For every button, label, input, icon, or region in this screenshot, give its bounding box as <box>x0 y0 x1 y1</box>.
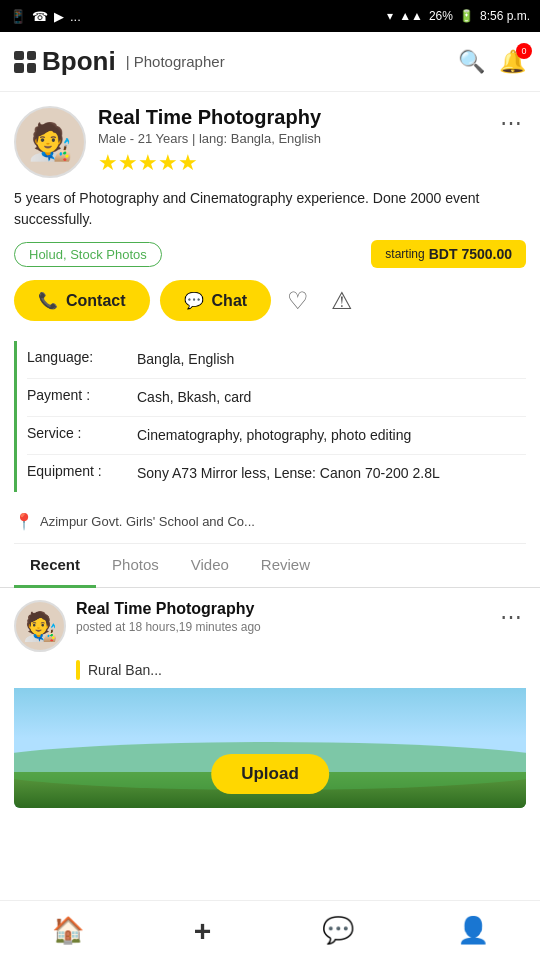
post-tag-bar: Rural Ban... <box>76 660 526 680</box>
payment-value: Cash, Bkash, card <box>137 387 526 408</box>
report-button[interactable]: ⚠ <box>325 281 359 321</box>
favorite-button[interactable]: ♡ <box>281 281 315 321</box>
star-rating: ★★★★★ <box>98 150 484 176</box>
tab-video[interactable]: Video <box>175 544 245 588</box>
tags-price-row: Holud, Stock Photos starting BDT 7500.00 <box>14 240 526 268</box>
post-author-name: Real Time Photography <box>76 600 486 618</box>
app-subtitle: | Photographer <box>126 53 225 70</box>
price-value: BDT 7500.00 <box>429 246 512 262</box>
photographer-name: Real Time Photography <box>98 106 484 129</box>
time-display: 8:56 p.m. <box>480 9 530 23</box>
post-avatar: 🧑‍🎨 <box>14 600 66 652</box>
service-tag[interactable]: Holud, Stock Photos <box>14 242 162 267</box>
detail-row-payment: Payment : Cash, Bkash, card <box>27 379 526 417</box>
bottom-nav: 🏠 + 💬 👤 <box>0 900 540 960</box>
post-card: 🧑‍🎨 Real Time Photography posted at 18 h… <box>0 588 540 808</box>
avatar: 🧑‍🎨 <box>14 106 86 178</box>
profile-description: 5 years of Photography and Cinematograph… <box>14 188 526 230</box>
post-timestamp: posted at 18 hours,19 minutes ago <box>76 620 486 634</box>
heart-icon: ♡ <box>287 287 309 314</box>
notification-badge: 0 <box>516 43 532 59</box>
upload-button[interactable]: Upload <box>211 754 329 794</box>
detail-row-service: Service : Cinematography, photography, p… <box>27 417 526 455</box>
profile-section: 🧑‍🎨 Real Time Photography Male - 21 Year… <box>0 92 540 341</box>
profile-menu-icon[interactable]: ⋯ <box>496 106 526 140</box>
chat-bubble-icon: 💬 <box>184 291 204 310</box>
price-starting-label: starting <box>385 247 424 261</box>
notification-bell-icon[interactable]: 🔔 0 <box>499 49 526 75</box>
post-avatar-image: 🧑‍🎨 <box>23 610 58 643</box>
nav-actions: 🔍 🔔 0 <box>458 49 526 75</box>
nav-chat-button[interactable]: 💬 <box>270 901 405 960</box>
youtube-icon: ▶ <box>54 9 64 24</box>
chat-icon: 💬 <box>322 915 354 946</box>
status-bar: 📱 ☎ ▶ ... ▾ ▲▲ 26% 🔋 8:56 p.m. <box>0 0 540 32</box>
contact-button[interactable]: 📞 Contact <box>14 280 150 321</box>
profile-icon: 👤 <box>457 915 489 946</box>
battery-level: 26% <box>429 9 453 23</box>
post-tag-text: Rural Ban... <box>88 662 162 678</box>
location-pin-icon: 📍 <box>14 512 34 531</box>
tab-photos[interactable]: Photos <box>96 544 175 588</box>
avatar-image: 🧑‍🎨 <box>28 121 73 163</box>
location-row: 📍 Azimpur Govt. Girls' School and Co... <box>0 504 540 543</box>
nav-profile-button[interactable]: 👤 <box>405 901 540 960</box>
payment-label: Payment : <box>27 387 137 408</box>
tabs-bar: Recent Photos Video Review <box>0 544 540 588</box>
post-image-preview: Upload <box>14 688 526 808</box>
add-icon: + <box>194 914 212 948</box>
contact-label: Contact <box>66 292 126 310</box>
price-badge: starting BDT 7500.00 <box>371 240 526 268</box>
location-text: Azimpur Govt. Girls' School and Co... <box>40 514 255 529</box>
post-header: 🧑‍🎨 Real Time Photography posted at 18 h… <box>14 600 526 652</box>
nav-logo-area: Bponi | Photographer <box>14 46 458 77</box>
tab-recent[interactable]: Recent <box>14 544 96 588</box>
post-info: Real Time Photography posted at 18 hours… <box>76 600 486 634</box>
status-right: ▾ ▲▲ 26% 🔋 8:56 p.m. <box>387 9 530 23</box>
grid-icon[interactable] <box>14 51 36 73</box>
signal-icon: ▲▲ <box>399 9 423 23</box>
battery-icon: 🔋 <box>459 9 474 23</box>
warning-icon: ⚠ <box>331 287 353 314</box>
home-icon: 🏠 <box>52 915 84 946</box>
equipment-label: Equipment : <box>27 463 137 484</box>
detail-row-language: Language: Bangla, English <box>27 341 526 379</box>
detail-row-equipment: Equipment : Sony A73 Mirror less, Lense:… <box>27 455 526 492</box>
service-value: Cinematography, photography, photo editi… <box>137 425 526 446</box>
service-label: Service : <box>27 425 137 446</box>
language-label: Language: <box>27 349 137 370</box>
post-tag-line <box>76 660 80 680</box>
app-logo: Bponi <box>42 46 116 77</box>
equipment-value: Sony A73 Mirror less, Lense: Canon 70-20… <box>137 463 526 484</box>
contact-phone-icon: 📞 <box>38 291 58 310</box>
tab-review[interactable]: Review <box>245 544 326 588</box>
top-nav: Bponi | Photographer 🔍 🔔 0 <box>0 32 540 92</box>
chat-label: Chat <box>212 292 248 310</box>
post-menu-icon[interactable]: ⋯ <box>496 600 526 634</box>
language-value: Bangla, English <box>137 349 526 370</box>
status-dots: ... <box>70 9 81 24</box>
details-table: Language: Bangla, English Payment : Cash… <box>14 341 526 492</box>
phone-icon: 📱 <box>10 9 26 24</box>
search-icon[interactable]: 🔍 <box>458 49 485 75</box>
status-left: 📱 ☎ ▶ ... <box>10 9 81 24</box>
chat-button[interactable]: 💬 Chat <box>160 280 272 321</box>
profile-header: 🧑‍🎨 Real Time Photography Male - 21 Year… <box>14 106 526 178</box>
action-buttons: 📞 Contact 💬 Chat ♡ ⚠ <box>14 280 526 321</box>
call-icon: ☎ <box>32 9 48 24</box>
nav-home-button[interactable]: 🏠 <box>0 901 135 960</box>
profile-info: Real Time Photography Male - 21 Years | … <box>98 106 484 176</box>
wifi-icon: ▾ <box>387 9 393 23</box>
photographer-meta: Male - 21 Years | lang: Bangla, English <box>98 131 484 146</box>
nav-add-button[interactable]: + <box>135 901 270 960</box>
